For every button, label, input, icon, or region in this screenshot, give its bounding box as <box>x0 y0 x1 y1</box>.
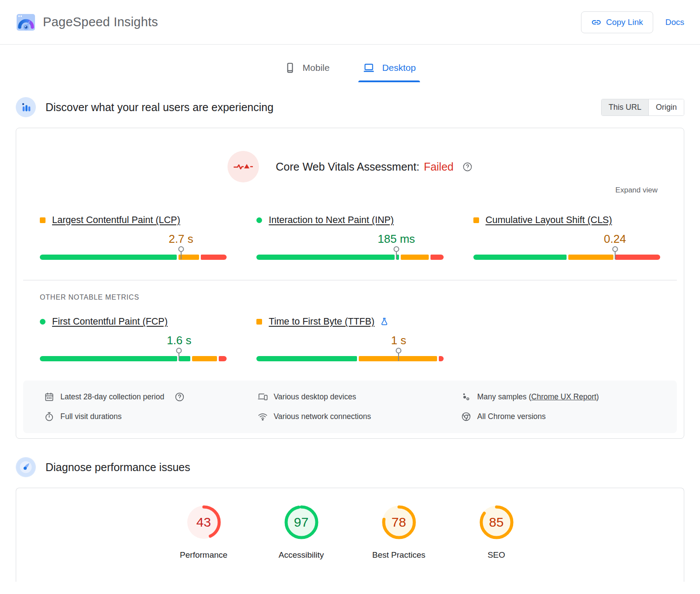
bar-segment-good <box>473 255 567 260</box>
metric-status-bullet <box>473 217 479 223</box>
collection-info-panel: Latest 28-day collection period Various … <box>23 381 677 433</box>
expand-view-link[interactable]: Expand view <box>616 186 658 194</box>
cwv-result: Failed <box>424 161 454 173</box>
metric: Interaction to Next Paint (INP) 185 ms <box>256 215 443 260</box>
metric: Largest Contentful Paint (LCP) 2.7 s <box>40 215 227 260</box>
data-source-note: Full visit durations <box>44 412 249 422</box>
smartphone-icon <box>284 62 296 73</box>
diagnose-icon <box>16 457 36 477</box>
score-value: 85 <box>478 504 515 541</box>
metric-distribution-bar: 1.6 s <box>40 329 227 361</box>
score-value: 78 <box>381 504 417 541</box>
field-section-title: Discover what your real users are experi… <box>46 101 273 114</box>
pagespeed-logo-icon <box>16 13 36 31</box>
brand[interactable]: PageSpeed Insights <box>16 13 158 31</box>
metric-name-link[interactable]: Cumulative Layout Shift (CLS) <box>486 215 612 226</box>
metric-value: 185 ms <box>378 232 415 246</box>
tab-desktop[interactable]: Desktop <box>358 56 420 82</box>
help-icon[interactable] <box>462 162 472 172</box>
core-metrics-row: Largest Contentful Paint (LCP) 2.7 s Int… <box>16 215 684 260</box>
metric-name-link[interactable]: Interaction to Next Paint (INP) <box>269 215 394 226</box>
bar-segment-average <box>192 356 217 361</box>
experimental-flask-icon[interactable] <box>380 317 389 327</box>
category-score-gauge[interactable]: 78 Best Practices <box>373 504 425 560</box>
score-label: Performance <box>180 550 228 560</box>
bar-segment-average <box>568 255 613 260</box>
metric-value: 2.7 s <box>168 232 193 246</box>
metric-name-link[interactable]: Largest Contentful Paint (LCP) <box>52 215 180 226</box>
link-icon <box>591 17 602 28</box>
help-icon[interactable] <box>175 392 185 402</box>
data-source-note: Various desktop devices <box>258 392 452 402</box>
score-value: 97 <box>283 504 320 541</box>
metric-name-link[interactable]: First Contentful Paint (FCP) <box>52 316 168 327</box>
calendar-icon <box>44 392 54 402</box>
bar-segment-good <box>256 255 394 260</box>
strategy-tabbar: Mobile Desktop <box>0 56 700 82</box>
field-data-icon <box>16 97 36 117</box>
app-title: PageSpeed Insights <box>43 15 158 29</box>
toggle-origin[interactable]: Origin <box>649 99 684 115</box>
bar-segment-average <box>401 255 429 260</box>
metric-status-bullet <box>256 217 262 223</box>
score-label: SEO <box>487 550 505 560</box>
data-source-note: Many samples (Chrome UX Report) <box>461 392 656 402</box>
metric: First Contentful Paint (FCP) 1.6 s <box>40 316 227 361</box>
metric: Cumulative Layout Shift (CLS) 0.24 <box>473 215 660 260</box>
metric-distribution-bar: 2.7 s <box>40 227 227 260</box>
docs-link[interactable]: Docs <box>665 17 684 27</box>
other-metrics-row: First Contentful Paint (FCP) 1.6 s Time … <box>16 316 684 361</box>
score-value: 43 <box>186 504 222 541</box>
bar-segment-good <box>40 356 177 361</box>
diagnose-card: 43 Performance 97 Accessibility 78 Best … <box>16 488 684 582</box>
bar-segment-average <box>178 255 199 260</box>
cwv-assessment-label: Core Web Vitals Assessment: <box>276 161 419 173</box>
bar-segment-good <box>256 356 357 361</box>
p75-marker-pin <box>396 250 397 259</box>
tab-mobile-label: Mobile <box>303 63 330 73</box>
p75-marker-pin <box>615 250 616 259</box>
bar-segment-poor <box>201 255 227 260</box>
toggle-this-url[interactable]: This URL <box>602 99 649 115</box>
bar-segment-poor <box>615 255 660 260</box>
desktop-devices-icon <box>258 392 268 402</box>
diagnose-section-title: Diagnose performance issues <box>46 461 190 474</box>
metric-distribution-bar: 1 s <box>256 329 443 361</box>
tab-mobile[interactable]: Mobile <box>280 56 334 82</box>
tab-desktop-label: Desktop <box>382 63 416 73</box>
bar-segment-poor <box>219 356 227 361</box>
field-data-card: Core Web Vitals Assessment: Failed Expan… <box>16 128 684 439</box>
p75-marker-pin <box>398 352 399 361</box>
metric-distribution-bar: 185 ms <box>256 227 443 260</box>
score-gauges-row: 43 Performance 97 Accessibility 78 Best … <box>16 504 684 560</box>
data-source-note: Various network connections <box>258 412 452 422</box>
metric-value: 1 s <box>391 334 406 347</box>
copy-link-label: Copy Link <box>606 17 643 27</box>
copy-link-button[interactable]: Copy Link <box>581 11 653 33</box>
data-source-note: Latest 28-day collection period <box>44 392 249 402</box>
bar-segment-poor <box>439 356 444 361</box>
category-score-gauge[interactable]: 43 Performance <box>178 504 230 560</box>
network-icon <box>258 412 268 422</box>
chrome-ux-report-link[interactable]: Chrome UX Report <box>531 392 596 401</box>
metric-name-link[interactable]: Time to First Byte (TTFB) <box>269 316 374 327</box>
score-label: Best Practices <box>372 550 425 560</box>
metric-status-bullet <box>256 319 262 325</box>
laptop-icon <box>363 62 375 73</box>
p75-marker-pin <box>178 352 179 361</box>
metric-distribution-bar: 0.24 <box>473 227 660 260</box>
score-label: Accessibility <box>279 550 324 560</box>
bar-segment-good <box>40 255 177 260</box>
data-source-note: All Chrome versions <box>461 412 656 422</box>
samples-icon <box>461 392 471 402</box>
url-origin-toggle: This URL Origin <box>601 99 684 116</box>
stopwatch-icon <box>44 412 54 422</box>
metric-value: 0.24 <box>604 232 626 246</box>
category-score-gauge[interactable]: 97 Accessibility <box>275 504 328 560</box>
bar-segment-poor <box>430 255 444 260</box>
category-score-gauge[interactable]: 85 SEO <box>470 504 523 560</box>
bar-segment-good <box>179 356 190 361</box>
other-metrics-heading: OTHER NOTABLE METRICS <box>40 294 684 301</box>
chrome-icon <box>461 412 471 422</box>
app-header: PageSpeed Insights Copy Link Docs <box>0 0 700 45</box>
